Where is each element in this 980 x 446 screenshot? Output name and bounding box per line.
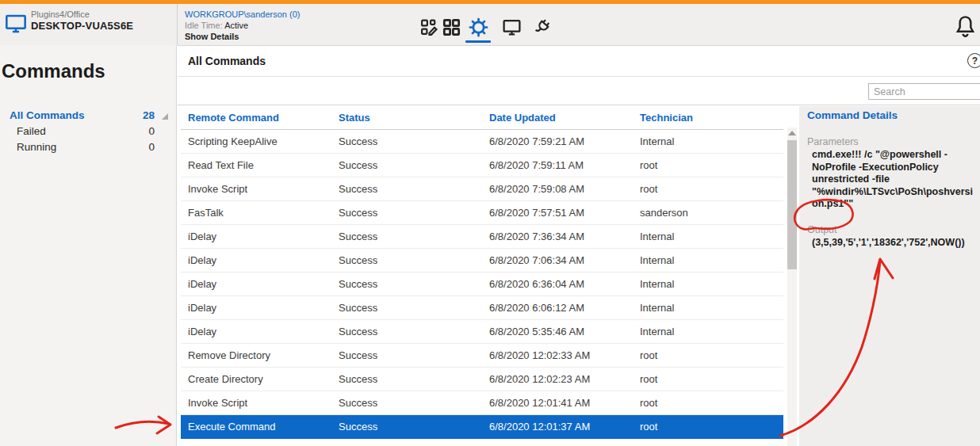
resize-corner-icon (162, 113, 168, 120)
search-input[interactable] (868, 83, 980, 100)
apps-grid-icon[interactable] (441, 17, 461, 37)
column-header-date-updated[interactable]: Date Updated (482, 112, 633, 124)
breadcrumb: Plugins4/Office (31, 10, 90, 19)
search-row (178, 78, 980, 105)
commands-table: Remote Command Status Date Updated Techn… (181, 106, 783, 446)
table-row[interactable]: Save Text File Success 6/8/2020 12:01:33… (181, 439, 783, 446)
app-window: Plugins4/Office DESKTOP-VUA5S6E WORKGROU… (0, 0, 980, 446)
scrollbar-thumb[interactable] (787, 140, 797, 269)
sidebar: Commands All Commands 28 Failed 0 Runnin… (0, 45, 177, 446)
parameters-label: Parameters (807, 136, 972, 147)
parameters-value: cmd.exe!!! /c "@powershell -NoProfile -E… (812, 149, 974, 211)
table-row[interactable]: iDelay Success 6/8/2020 5:35:46 AM Inter… (181, 320, 783, 344)
output-value: (3,5,39,'5','1','18362','752',NOW()) (812, 237, 974, 250)
help-icon[interactable]: ? (967, 53, 980, 68)
table-row[interactable]: Read Text File Success 6/8/2020 7:59:11 … (181, 154, 783, 177)
monitor-icon[interactable] (501, 17, 522, 37)
computer-name: DESKTOP-VUA5S6E (31, 20, 133, 32)
table-row[interactable]: Invoke Script Success 6/8/2020 12:01:41 … (181, 391, 783, 415)
session-user[interactable]: WORKGROUP\sanderson (0) (185, 9, 300, 20)
section-title: All Commands (188, 55, 266, 67)
sidebar-item-running[interactable]: Running 0 (0, 139, 176, 154)
table-row[interactable]: iDelay Success 6/8/2020 7:36:34 AM Inter… (181, 225, 783, 249)
table-row[interactable]: iDelay Success 6/8/2020 7:06:34 AM Inter… (181, 249, 783, 273)
header-divider (177, 4, 178, 45)
table-row[interactable]: Invoke Script Success 6/8/2020 7:59:08 A… (181, 177, 783, 201)
column-header-remote-command[interactable]: Remote Command (181, 112, 331, 124)
table-row[interactable]: FasTalk Success 6/8/2020 7:57:51 AM sand… (181, 201, 783, 225)
section-header: All Commands ? (178, 46, 980, 77)
command-details-title: Command Details (807, 109, 972, 121)
header-band: Plugins4/Office DESKTOP-VUA5S6E WORKGROU… (0, 4, 980, 45)
sidebar-item-failed[interactable]: Failed 0 (0, 123, 176, 139)
failed-count: 0 (148, 125, 155, 137)
idle-time-value: Active (224, 21, 248, 30)
sidebar-nav: All Commands 28 Failed 0 Running 0 (0, 107, 176, 154)
main-content: All Commands ? Remote Command Status Dat… (178, 46, 980, 446)
table-row[interactable]: Scripting KeepAlive Success 6/8/2020 7:5… (181, 130, 783, 154)
column-header-technician[interactable]: Technician (633, 112, 783, 124)
table-row[interactable]: Execute Command Success 6/8/2020 12:01:3… (181, 415, 783, 439)
page-title: Commands (2, 60, 105, 82)
session-info: WORKGROUP\sanderson (0) Idle Time: Activ… (185, 9, 300, 42)
output-label: Output (807, 224, 972, 235)
table-row[interactable]: Remove Directory Success 6/8/2020 12:02:… (181, 344, 783, 368)
settings-gear-icon[interactable] (468, 17, 488, 37)
notifications-bell-icon[interactable] (953, 14, 978, 40)
sidebar-item-all-commands[interactable]: All Commands 28 (0, 107, 176, 123)
power-plug-icon[interactable] (531, 17, 552, 37)
show-details-link[interactable]: Show Details (185, 31, 300, 42)
table-header-row: Remote Command Status Date Updated Techn… (181, 106, 783, 130)
scroll-up-arrow-icon[interactable] (788, 131, 796, 135)
active-tab-underline (465, 40, 491, 43)
plugin-edit-icon[interactable] (419, 17, 439, 37)
command-details-panel: Command Details Parameters cmd.exe!!! /c… (799, 106, 980, 446)
table-row[interactable]: Create Directory Success 6/8/2020 12:02:… (181, 368, 783, 391)
column-header-status[interactable]: Status (331, 112, 482, 124)
command-table-body: Scripting KeepAlive Success 6/8/2020 7:5… (181, 130, 783, 446)
table-scrollbar (783, 106, 799, 446)
running-count: 0 (148, 141, 155, 153)
table-row[interactable]: iDelay Success 6/8/2020 6:36:04 AM Inter… (181, 273, 783, 296)
computer-monitor-icon (5, 13, 27, 35)
all-commands-count: 28 (143, 109, 155, 121)
idle-time-label: Idle Time: (185, 21, 223, 30)
toolbar (419, 17, 561, 44)
table-row[interactable]: iDelay Success 6/8/2020 6:06:12 AM Inter… (181, 296, 783, 320)
